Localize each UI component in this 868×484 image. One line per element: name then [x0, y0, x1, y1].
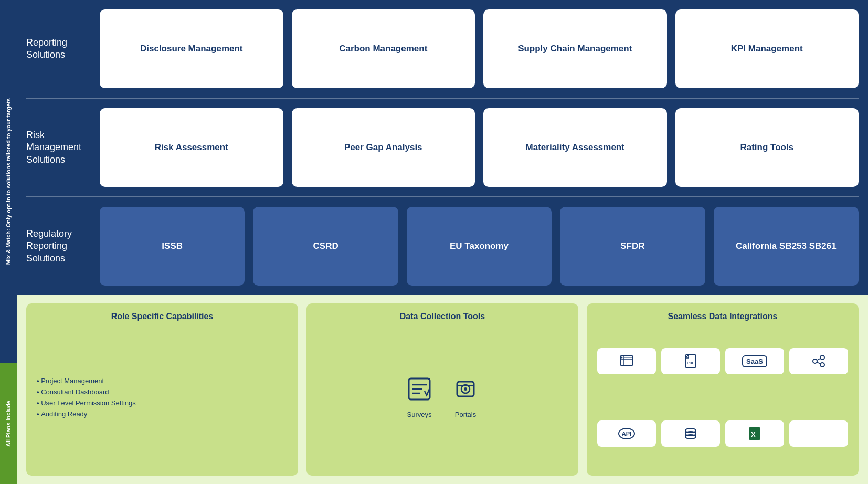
svg-text:X: X — [751, 430, 756, 438]
data-card-title: Data Collection Tools — [317, 312, 568, 321]
regulatory-label: Regulatory Reporting Solutions — [26, 228, 100, 265]
kpi-text: KPI Management — [731, 43, 803, 55]
supplychain-card[interactable]: Supply Chain Management — [483, 9, 667, 88]
eu-taxonomy-card[interactable]: EU Taxonomy — [407, 207, 552, 286]
integrations-card-body: PDF SaaS — [597, 328, 848, 467]
left-strip-bottom: All Plans Include — [0, 363, 17, 485]
bullet-4: Auditing Ready — [37, 408, 288, 419]
surveys-tool[interactable]: Surveys — [407, 376, 432, 418]
csrd-card[interactable]: CSRD — [253, 207, 398, 286]
role-card-body: Project Management Consultant Dashboard … — [37, 328, 288, 467]
peer-gap-text: Peer Gap Analysis — [344, 142, 422, 153]
sfdr-text: SFDR — [620, 240, 644, 252]
kpi-card[interactable]: KPI Management — [675, 9, 859, 88]
saas-integration[interactable]: SaaS — [725, 348, 784, 374]
risk-row: Risk Management Solutions Risk Assessmen… — [26, 99, 859, 196]
api-label: API — [618, 428, 635, 439]
excel-integration[interactable]: X — [725, 420, 784, 447]
cms-integration[interactable] — [597, 348, 656, 374]
california-text: California SB253 SB261 — [736, 240, 837, 252]
rating-text: Rating Tools — [740, 142, 793, 153]
regulatory-row: Regulatory Reporting Solutions ISSB CSRD… — [26, 197, 859, 295]
bullet-3: User Level Permission Settings — [37, 397, 288, 408]
materiality-card[interactable]: Materiality Assessment — [483, 108, 667, 187]
reporting-cards: Disclosure Management Carbon Management … — [100, 9, 859, 88]
risk-cards: Risk Assessment Peer Gap Analysis Materi… — [100, 108, 859, 187]
svg-text:PDF: PDF — [687, 361, 695, 365]
california-card[interactable]: California SB253 SB261 — [714, 207, 859, 286]
svg-point-11 — [621, 357, 623, 359]
regulatory-cards: ISSB CSRD EU Taxonomy SFDR California SB… — [100, 207, 859, 286]
top-strip-label: Mix & Match: Only opt-in to solutions ta… — [5, 98, 12, 265]
portals-tool[interactable]: Portals — [453, 376, 478, 418]
bullet-list: Project Management Consultant Dashboard … — [37, 375, 288, 419]
issb-text: ISSB — [162, 240, 183, 252]
main-content: Reporting Solutions Disclosure Managemen… — [17, 0, 868, 484]
risk-assessment-card[interactable]: Risk Assessment — [100, 108, 283, 187]
left-strip: Mix & Match: Only opt-in to solutions ta… — [0, 0, 17, 484]
saas-label: SaaS — [742, 355, 767, 367]
integrations-grid: PDF SaaS — [597, 328, 848, 467]
eu-taxonomy-text: EU Taxonomy — [450, 240, 509, 252]
issb-card[interactable]: ISSB — [100, 207, 245, 286]
svg-line-18 — [817, 359, 820, 360]
peer-gap-card[interactable]: Peer Gap Analysis — [292, 108, 475, 187]
carbon-text: Carbon Management — [339, 43, 427, 55]
svg-point-15 — [813, 359, 817, 363]
webhook-integration[interactable] — [789, 348, 848, 374]
data-card: Data Collection Tools — [306, 303, 578, 476]
bottom-strip-label: All Plans Include — [5, 401, 12, 447]
reporting-row: Reporting Solutions Disclosure Managemen… — [26, 0, 859, 98]
portals-label: Portals — [455, 411, 476, 418]
extra-integration — [789, 420, 848, 447]
bullet-1: Project Management — [37, 375, 288, 386]
disclosure-card[interactable]: Disclosure Management — [100, 9, 283, 88]
sfdr-card[interactable]: SFDR — [560, 207, 705, 286]
risk-label: Risk Management Solutions — [26, 129, 100, 166]
svg-point-17 — [820, 363, 824, 367]
risk-assessment-text: Risk Assessment — [155, 142, 228, 153]
api-integration[interactable]: API — [597, 420, 656, 447]
role-card: Role Specific Capabilities Project Manag… — [26, 303, 298, 476]
pdf-integration[interactable]: PDF — [661, 348, 720, 374]
supplychain-text: Supply Chain Management — [518, 43, 632, 55]
surveys-icon — [407, 376, 432, 406]
svg-point-16 — [820, 355, 824, 360]
svg-line-19 — [817, 362, 820, 364]
bullet-2: Consultant Dashboard — [37, 386, 288, 397]
blue-section: Reporting Solutions Disclosure Managemen… — [17, 0, 868, 295]
portals-icon — [453, 376, 478, 406]
left-strip-top: Mix & Match: Only opt-in to solutions ta… — [0, 0, 17, 363]
reporting-label: Reporting Solutions — [26, 37, 100, 61]
materiality-text: Materiality Assessment — [526, 142, 624, 153]
surveys-label: Surveys — [407, 411, 432, 418]
data-card-body: Surveys Portals — [317, 328, 568, 467]
main-wrapper: Mix & Match: Only opt-in to solutions ta… — [0, 0, 868, 484]
db-integration[interactable] — [661, 420, 720, 447]
disclosure-text: Disclosure Management — [140, 43, 243, 55]
green-section: Role Specific Capabilities Project Manag… — [17, 295, 868, 484]
integrations-card-title: Seamless Data Integrations — [597, 312, 848, 321]
svg-point-6 — [464, 387, 467, 391]
tools-row: Surveys Portals — [317, 328, 568, 467]
rating-card[interactable]: Rating Tools — [675, 108, 859, 187]
integrations-card: Seamless Data Integrations — [587, 303, 859, 476]
csrd-text: CSRD — [313, 240, 338, 252]
role-card-title: Role Specific Capabilities — [37, 312, 288, 321]
carbon-card[interactable]: Carbon Management — [292, 9, 475, 88]
